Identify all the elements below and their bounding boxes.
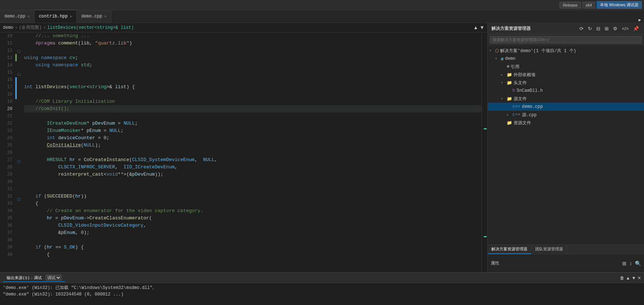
code-line-19: //COM Library Initialization	[24, 98, 482, 105]
sidebar-pin-btn[interactable]: 📌	[632, 25, 640, 32]
gutter: □ □ □	[15, 32, 23, 272]
sources-icon: 📁	[507, 96, 512, 102]
tab-label-active: contrib.hpp	[39, 14, 68, 19]
gutter-12	[15, 43, 23, 49]
breadcrumb-sep1: ›	[15, 25, 17, 30]
gutter-15	[15, 61, 23, 67]
demo-expand-icon[interactable]	[495, 56, 499, 61]
tab-team-explorer[interactable]: 团队资源管理器	[531, 245, 567, 254]
output-source-label: 输出来源(S)：调试	[7, 276, 42, 280]
line-num-17: 17	[3, 83, 12, 91]
tree-node-resources[interactable]: 📁 资源文件	[488, 119, 644, 127]
solution-label: 解决方案'demo'(1 个项目/共 1 个)	[500, 48, 576, 54]
tab-close2-icon[interactable]: ✕	[105, 14, 107, 19]
demo-project-label: demo	[505, 56, 515, 61]
code-line-20: //comInit();	[24, 105, 482, 113]
sidebar-collapse-all-btn[interactable]: ⊞	[603, 25, 610, 32]
external-deps-expand-icon[interactable]	[501, 73, 505, 77]
code-line-33: {	[24, 200, 482, 207]
gutter-25	[15, 121, 23, 126]
code-line-12	[24, 47, 482, 54]
bottom-scroll-down-btn[interactable]: ▼	[632, 275, 636, 281]
code-content[interactable]: //... something ... #pragma comment(lib,…	[23, 32, 482, 272]
sidebar-refresh-btn[interactable]: ↻	[586, 25, 593, 32]
headers-icon: 📁	[507, 80, 512, 86]
gutter-37	[15, 186, 23, 192]
tab-close-icon[interactable]: ✕	[28, 14, 30, 19]
scroll-marker-1	[484, 128, 487, 129]
solution-expand-icon[interactable]	[489, 48, 494, 53]
line-num-33: 33	[3, 200, 12, 207]
gutter-39-collapse[interactable]: □	[15, 197, 23, 202]
code-line-38	[24, 236, 482, 244]
platform-dropdown[interactable]: x64	[582, 2, 596, 8]
properties-panel: 属性 ⊞ ↕ 🔍	[488, 254, 644, 272]
line-num-19: 19	[3, 98, 12, 105]
bottom-scroll-up-btn[interactable]: ▲	[626, 275, 630, 281]
gutter-20-bar	[15, 92, 17, 99]
bottom-panel-header: 输出来源(S)：调试 调试 🗑 ▲ ▼ ✕	[0, 273, 644, 283]
code-line-24: int deviceCounter = 0;	[24, 134, 482, 142]
code-line-22: ICreateDevEnum* pDevEnum = NULL;	[24, 120, 482, 127]
code-container[interactable]: 10 11 12 13 14 15 16 17 18 19 20 21 22 2…	[0, 32, 487, 272]
yuan-cpp-expand-icon[interactable]	[507, 113, 511, 117]
output-source-select[interactable]: 调试	[46, 275, 62, 281]
line-num-25: 25	[3, 142, 12, 149]
breadcrumb-up-btn[interactable]: ▲	[474, 25, 478, 30]
solution-icon: ⬡	[495, 48, 499, 54]
tree-node-sources[interactable]: 📁 源文件	[488, 95, 644, 103]
tree-node-demo[interactable]: ▣ demo	[488, 55, 644, 63]
tab-contrib-hpp[interactable]: contrib.hpp ✕	[35, 10, 77, 23]
breadcrumb-down-btn[interactable]: ▼	[480, 25, 484, 30]
tab-solution-explorer[interactable]: 解决方案资源管理器	[488, 245, 531, 254]
tab-label2: demo.cpp	[81, 14, 102, 19]
tree-node-demo-cpp[interactable]: c++ demo.cpp	[488, 103, 644, 111]
bottom-tab-output[interactable]: 输出来源(S)：调试 调试	[3, 274, 65, 282]
tree-node-references[interactable]: ■ 引用	[488, 63, 644, 71]
props-grid-btn[interactable]: ⊞	[622, 261, 627, 266]
bottom-clear-btn[interactable]: 🗑	[620, 275, 624, 281]
bottom-close-btn[interactable]: ✕	[637, 275, 641, 281]
sncamdll-icon: h	[513, 88, 515, 93]
scrollbar-gutter[interactable]	[482, 32, 487, 272]
code-line-36: CLSID_VideoInputDeviceCategory,	[24, 222, 482, 229]
code-line-23: IEnumMoniker* pEnum = NULL;	[24, 127, 482, 134]
code-line-16	[24, 76, 482, 83]
props-sort-btn[interactable]: ↕	[629, 261, 632, 266]
sidebar-code-btn[interactable]: </>	[620, 25, 630, 32]
sources-label: 源文件	[514, 96, 527, 102]
tab-scroll-right[interactable]: ▸	[636, 17, 644, 23]
tab-demo-cpp[interactable]: demo.cpp ✕	[0, 10, 35, 23]
sidebar-sync-btn[interactable]: ⟳	[578, 25, 585, 32]
tree-node-sncamdll[interactable]: h SnCamDll.h	[488, 87, 644, 95]
line-num-30: 30	[3, 178, 12, 185]
references-icon: ■	[507, 64, 509, 69]
tree-node-yuan-cpp[interactable]: c++ 源.cpp	[488, 111, 644, 119]
line-num-29: 29	[3, 171, 12, 178]
code-line-11: #pragma comment(lib, "quartz.lib")	[24, 40, 482, 47]
gutter-13-collapse[interactable]: □	[15, 49, 23, 54]
line-num-35: 35	[3, 215, 12, 222]
run-button[interactable]: 本地 Windows 调试器	[597, 1, 642, 9]
tab-demo-cpp2[interactable]: demo.cpp ✕	[77, 10, 111, 23]
tree-node-headers[interactable]: 📁 头文件	[488, 79, 644, 87]
gutter-32-collapse[interactable]: □	[15, 159, 23, 164]
gutter-17-collapse[interactable]: □	[15, 72, 23, 77]
sidebar-filter-btn[interactable]: ⊟	[595, 25, 602, 32]
gutter-26	[15, 126, 23, 132]
config-dropdown[interactable]: Release	[559, 2, 581, 8]
line-num-27: 27	[3, 156, 12, 164]
tree-node-solution[interactable]: ⬡ 解决方案'demo'(1 个项目/共 1 个)	[488, 47, 644, 55]
tree-node-external-deps[interactable]: 📁 外部依赖项	[488, 71, 644, 79]
sidebar-props-btn[interactable]: ⚙	[612, 25, 619, 32]
sources-expand-icon[interactable]	[501, 97, 505, 101]
breadcrumb-symbol: listDevices(vector<string>& list)	[47, 25, 134, 30]
tab-close-active-icon[interactable]: ✕	[70, 14, 72, 19]
line-num-24: 24	[3, 134, 12, 142]
props-search-btn[interactable]: 🔍	[635, 261, 641, 266]
gutter-18-bar	[15, 77, 17, 85]
code-line-25: CoInitialize(NULL);	[24, 142, 482, 149]
headers-expand-icon[interactable]	[501, 81, 505, 85]
gutter-38	[15, 192, 23, 197]
sidebar-search-input[interactable]	[490, 36, 642, 43]
